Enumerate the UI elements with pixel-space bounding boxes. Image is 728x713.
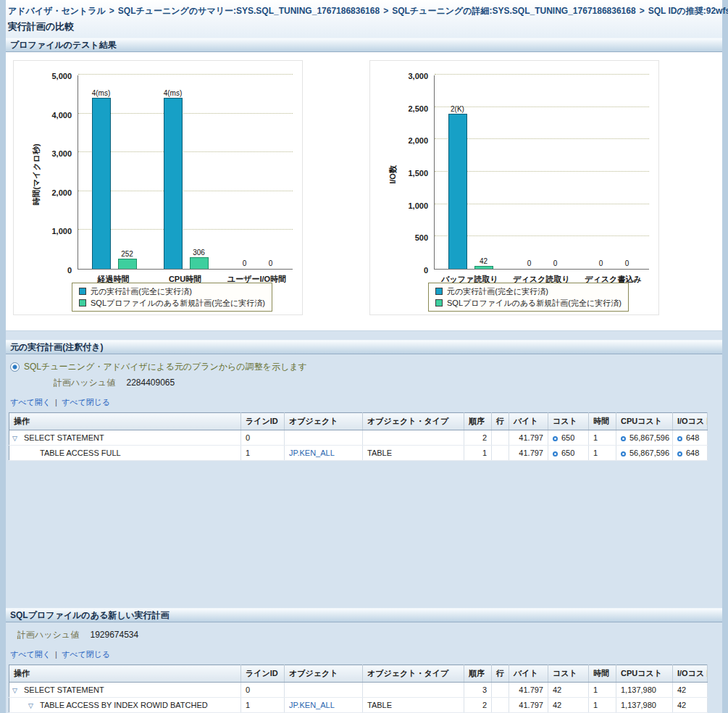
column-header: I/Oコスト <box>673 413 708 430</box>
expand-toggle-icon[interactable]: ▽ <box>12 435 24 442</box>
column-header: I/Oコスト <box>673 665 708 683</box>
y-tick-label: 3,000 <box>14 149 72 158</box>
y-tick-label: 0 <box>370 266 428 275</box>
column-header: 行 <box>492 413 509 430</box>
legend-label: 元の実行計画(完全に実行済) <box>447 285 548 297</box>
cell: JP.KEN_ALL <box>285 698 363 713</box>
operation-label: SELECT STATEMENT <box>24 685 104 694</box>
content-area: アドバイザ・セントラル>SQLチューニングのサマリー:SYS.SQL_TUNIN… <box>6 0 722 713</box>
cell: 42 <box>548 698 589 713</box>
breadcrumb-link[interactable]: アドバイザ・セントラル <box>8 6 106 16</box>
cell <box>363 683 464 698</box>
breadcrumb-separator: > <box>383 6 388 16</box>
plan-hash-value: 2284409065 <box>126 378 175 388</box>
cell: 41.797 <box>509 698 548 713</box>
cell: 0 <box>241 430 285 446</box>
expand-toggle-icon[interactable]: ▽ <box>12 687 24 694</box>
collapse-all-link[interactable]: すべて閉じる <box>62 650 110 659</box>
changed-value-icon <box>621 451 626 456</box>
cell: TABLE ACCESS FULL <box>9 446 241 461</box>
bar-value-label: 0 <box>527 259 532 267</box>
cell: 41.797 <box>509 446 548 461</box>
page-header: アドバイザ・セントラル>SQLチューニングのサマリー:SYS.SQL_TUNIN… <box>6 0 722 38</box>
column-header: コスト <box>548 413 589 430</box>
bar-original-plan: 4(ms) <box>92 98 111 269</box>
breadcrumb-link[interactable]: SQLチューニングの詳細:SYS.SQL_TUNING_176718683616… <box>392 6 635 16</box>
column-header: バイト <box>509 413 548 430</box>
bar-value-label: 0 <box>269 259 273 267</box>
column-header: ラインID <box>241 665 285 683</box>
original-plan-table: 操作ラインIDオブジェクトオブジェクト・タイプ順序行バイトコスト時間CPUコスト… <box>9 412 722 461</box>
y-tick-label: 2,000 <box>370 136 428 145</box>
breadcrumb-link[interactable]: SQLチューニングのサマリー:SYS.SQL_TUNING_1767186836… <box>118 6 380 16</box>
column-header: CPUコスト <box>616 665 673 683</box>
column-header: 順序 <box>464 413 492 430</box>
column-header: コスト <box>548 665 589 683</box>
cell: 42 <box>548 683 589 698</box>
plan-hash-label: 計画ハッシュ値 <box>17 630 79 640</box>
cell: 41.797 <box>509 430 548 446</box>
column-header: 順序 <box>464 665 492 683</box>
cell: 56,867,596 <box>616 430 673 446</box>
collapse-all-link[interactable]: すべて閉じる <box>62 398 110 406</box>
table-row: TABLE ACCESS FULL1JP.KEN_ALLTABLE141.797… <box>9 446 708 461</box>
legend-label: 元の実行計画(完全に実行済) <box>91 285 192 297</box>
cell <box>285 430 363 446</box>
cell: TABLE <box>363 698 464 713</box>
cell: 3 <box>464 683 492 698</box>
y-tick-label: 2,500 <box>370 104 428 113</box>
expand-all-link[interactable]: すべて開く <box>10 650 51 659</box>
expand-toggle-icon[interactable]: ▽ <box>28 702 40 709</box>
legend-item: SQLプロファイルのある新規計画(完全に実行済) <box>435 297 622 309</box>
bar-value-label: 306 <box>193 249 205 257</box>
bar-group: 4(ms)306 <box>150 98 222 269</box>
column-header: 時間 <box>589 413 616 430</box>
plan-table: 操作ラインIDオブジェクトオブジェクト・タイプ順序行バイトコスト時間CPUコスト… <box>9 664 708 713</box>
cell: 1 <box>241 698 285 713</box>
cell: 1 <box>589 683 616 698</box>
y-tick-label: 500 <box>370 233 428 242</box>
annotations-radio-row: SQLチューニング・アドバイザによる元のプランからの調整を示します <box>10 361 722 373</box>
cell: 2 <box>464 698 492 713</box>
tree-action-links: すべて開く|すべて閉じる <box>10 397 722 408</box>
y-tick-label: 1,000 <box>14 227 72 235</box>
object-link[interactable]: JP.KEN_ALL <box>289 449 335 457</box>
y-tick-label: 0 <box>14 266 72 275</box>
object-link[interactable]: JP.KEN_ALL <box>289 701 335 709</box>
operation-label: SELECT STATEMENT <box>24 433 104 442</box>
bar-new-plan: 306 <box>190 257 209 269</box>
tree-action-links: すべて開く|すべて閉じる <box>10 649 722 660</box>
section-original-plan-header: 元の実行計画(注釈付き) <box>6 340 722 354</box>
bar-new-plan: 252 <box>118 259 137 269</box>
cell: 1 <box>589 430 616 446</box>
annotations-radio-label: SQLチューニング・アドバイザによる元のプランからの調整を示します <box>24 361 307 373</box>
cell: ▽SELECT STATEMENT <box>9 683 241 698</box>
legend-swatch <box>79 299 86 307</box>
link-separator: | <box>55 650 57 659</box>
legend-item: 元の実行計画(完全に実行済) <box>435 285 622 297</box>
breadcrumb-link[interactable]: SQL IDの推奨:92wfsyktvhymq <box>648 6 728 16</box>
plan-hash-label: 計画ハッシュ値 <box>54 378 115 388</box>
cell: 650 <box>548 430 589 446</box>
plan-table: 操作ラインIDオブジェクトオブジェクト・タイプ順序行バイトコスト時間CPUコスト… <box>9 412 708 461</box>
bar-value-label: 2(K) <box>451 105 464 113</box>
cell: 2 <box>464 430 492 446</box>
cell: 1,137,980 <box>616 698 673 713</box>
cell <box>492 446 509 461</box>
changed-value-icon <box>553 451 558 456</box>
legend-label: SQLプロファイルのある新規計画(完全に実行済) <box>447 297 622 309</box>
table-header-row: 操作ラインIDオブジェクトオブジェクト・タイプ順序行バイトコスト時間CPUコスト… <box>9 413 708 430</box>
cell: TABLE <box>363 446 464 461</box>
operation-label: TABLE ACCESS FULL <box>40 449 121 457</box>
column-header: 操作 <box>9 665 241 683</box>
cell: 1 <box>589 698 616 713</box>
bar-value-label: 252 <box>121 250 133 258</box>
changed-value-icon <box>553 436 558 441</box>
new-plan-section: 計画ハッシュ値 1929674534 すべて開く|すべて閉じる 操作ラインIDオ… <box>6 629 722 713</box>
section-title: プロファイルのテスト結果 <box>10 40 117 50</box>
annotations-radio[interactable] <box>10 362 20 372</box>
legend-item: 元の実行計画(完全に実行済) <box>79 285 265 297</box>
column-header: オブジェクト・タイプ <box>363 413 464 430</box>
expand-all-link[interactable]: すべて開く <box>10 398 51 406</box>
cell: 56,867,596 <box>616 446 673 461</box>
